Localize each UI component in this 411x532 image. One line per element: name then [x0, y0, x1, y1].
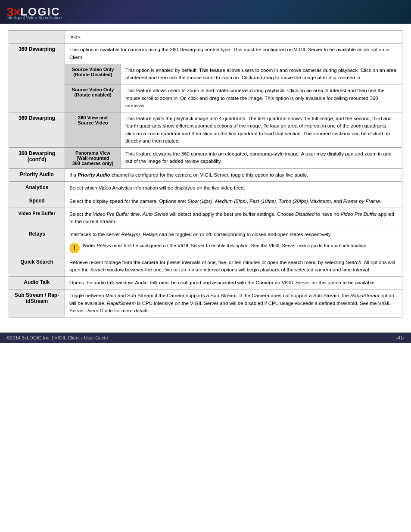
- sub-stream-content: Toggle between Main and Sub Stream if th…: [65, 289, 402, 317]
- source-video-rotate-enabled-header: Source Video Only(Rotate enabled): [65, 84, 121, 112]
- table-row: Source Video Only(Rotate enabled) This f…: [9, 84, 402, 112]
- logo-subtitle: Intelligent Video Surveillance: [6, 16, 62, 20]
- 360-dewarping-intro-content: This option is available for cameras usi…: [65, 44, 402, 64]
- table-row: Quick Search Retrieve recent footage fro…: [9, 256, 402, 277]
- main-content: tings. 360 Dewarping This option is avai…: [0, 24, 411, 324]
- table-row: Audio Talk Opens the audio talk window. …: [9, 277, 402, 289]
- quick-search-header: Quick Search: [9, 256, 65, 277]
- relays-content: Interfaces to the server Relay(s). Relay…: [65, 228, 402, 256]
- priority-audio-header: Priority Audio: [9, 169, 65, 182]
- table-row: Video Pre Buffer Select the Video Pre Bu…: [9, 208, 402, 228]
- 360-view-source-header: 360 View andSource Video: [65, 112, 121, 148]
- note-text: Note: Relays must first be configured on…: [83, 242, 367, 249]
- source-video-rotate-disabled-content: This option is enabled by default. This …: [121, 64, 402, 84]
- relays-header: Relays: [9, 228, 65, 256]
- speed-header: Speed: [9, 195, 65, 208]
- empty-header-cell: [9, 31, 65, 44]
- table-row: tings.: [9, 31, 402, 44]
- table-row: Relays Interfaces to the server Relay(s)…: [9, 228, 402, 256]
- audio-talk-header: Audio Talk: [9, 277, 65, 289]
- table-row: Speed Select the display speed for the c…: [9, 195, 402, 208]
- video-pre-buffer-header: Video Pre Buffer: [9, 208, 65, 228]
- footer-page-number: -41-: [396, 335, 405, 340]
- panorama-view-content: This feature dewarps the 360 camera into…: [121, 148, 402, 169]
- table-row: Source Video Only(Rotate Disabled) This …: [9, 64, 402, 84]
- analytics-content: Select which Video Analytics information…: [65, 182, 402, 195]
- documentation-table: tings. 360 Dewarping This option is avai…: [9, 30, 402, 317]
- source-video-rotate-enabled-content: This feature allows users to zoom in and…: [121, 84, 402, 112]
- table-row: 360 Dewarping(cont'd) Panorama View(Wall…: [9, 148, 402, 169]
- quick-search-content: Retrieve recent footage from the camera …: [65, 256, 402, 277]
- source-video-rotate-disabled-header: Source Video Only(Rotate Disabled): [65, 64, 121, 84]
- table-row: Sub Stream / Rap-idStream Toggle between…: [9, 289, 402, 317]
- video-pre-buffer-content: Select the Video Pre Buffer time. Auto S…: [65, 208, 402, 228]
- table-row: 360 Dewarping This option is available f…: [9, 44, 402, 64]
- analytics-header: Analytics: [9, 182, 65, 195]
- table-row: 360 Dewarping 360 View andSource Video T…: [9, 112, 402, 148]
- page-footer: ©2014 3xLOGIC Inc. | VIGIL Client - User…: [0, 333, 411, 343]
- 360-dewarping-header-2: 360 Dewarping: [9, 112, 65, 148]
- tings-content: tings.: [65, 31, 402, 44]
- relays-note: ! Note: Relays must first be configured …: [69, 242, 398, 253]
- panorama-view-header: Panorama View(Wall-mounted360 cameras on…: [65, 148, 121, 169]
- 360-view-source-content: This feature splits the playback image i…: [121, 112, 402, 148]
- priority-audio-content: If a Priority Audio channel is configure…: [65, 169, 402, 182]
- footer-copyright: ©2014 3xLOGIC Inc. | VIGIL Client - User…: [6, 335, 108, 340]
- sub-stream-header: Sub Stream / Rap-idStream: [9, 289, 65, 317]
- 360-dewarping-contd-header: 360 Dewarping(cont'd): [9, 148, 65, 169]
- page-header: 3× LOGIC Intelligent Video Surveillance: [0, 0, 411, 24]
- table-row: Priority Audio If a Priority Audio chann…: [9, 169, 402, 182]
- speed-content: Select the display speed for the camera.…: [65, 195, 402, 208]
- 360-dewarping-header: 360 Dewarping: [9, 44, 65, 112]
- note-icon: !: [69, 243, 80, 253]
- table-row: Analytics Select which Video Analytics i…: [9, 182, 402, 195]
- audio-talk-content: Opens the audio talk window. Audio Talk …: [65, 277, 402, 289]
